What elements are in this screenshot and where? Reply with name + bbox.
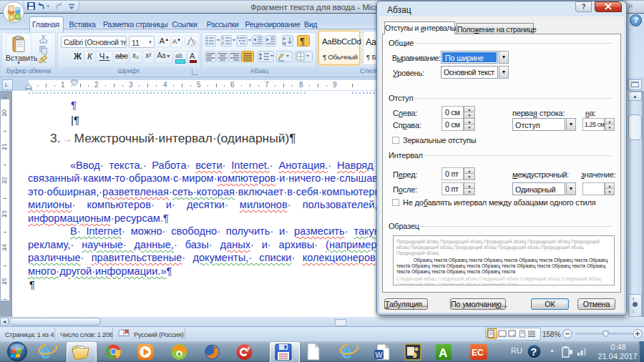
svg-text:A: A xyxy=(439,346,447,360)
svg-text:EC: EC xyxy=(472,348,484,358)
svg-text:¶: ¶ xyxy=(301,36,305,47)
svg-text:1: 1 xyxy=(222,36,224,40)
svg-text:А: А xyxy=(283,36,286,41)
svg-text:W: W xyxy=(376,351,383,359)
svg-text:Я: Я xyxy=(283,41,286,46)
svg-text:?: ? xyxy=(531,346,537,358)
svg-text:2: 2 xyxy=(222,41,224,45)
